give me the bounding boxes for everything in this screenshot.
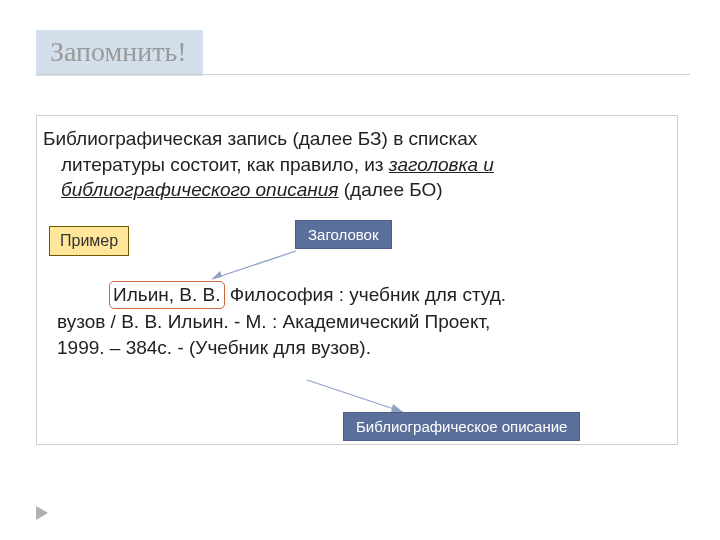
author-heading: Ильин, В. В. (109, 281, 225, 309)
svg-line-0 (212, 251, 296, 279)
entry-rest1: Философия : учебник для студ. (225, 284, 507, 305)
example-tag: Пример (49, 226, 129, 256)
svg-line-2 (307, 380, 403, 412)
slide-title-text: Запомнить! (50, 36, 187, 67)
intro-text: Библиографическая запись (далее БЗ) в сп… (43, 126, 667, 203)
intro-line2a: литературы состоит, как правило, из (61, 154, 389, 175)
play-icon (36, 506, 48, 520)
intro-line2b: заголовка и (389, 154, 494, 175)
intro-line1: Библиографическая запись (далее БЗ) в сп… (43, 128, 477, 149)
title-underline (36, 74, 690, 75)
slide-title: Запомнить! (36, 30, 203, 76)
content-frame: Библиографическая запись (далее БЗ) в сп… (36, 115, 678, 445)
intro-line3a: библиографического описания (61, 179, 339, 200)
intro-line3: библиографического описания (далее БО) (61, 177, 667, 203)
svg-marker-3 (391, 404, 403, 412)
entry-line2: вузов / В. В. Ильин. - М. : Академически… (57, 311, 490, 332)
example-tag-text: Пример (60, 232, 118, 249)
svg-marker-1 (212, 271, 222, 279)
heading-tag: Заголовок (295, 220, 392, 249)
entry-line1: Ильин, В. В. Философия : учебник для сту… (57, 281, 657, 309)
heading-tag-text: Заголовок (308, 226, 379, 243)
description-tag: Библиографическое описание (343, 412, 580, 441)
intro-line3b: (далее БО) (339, 179, 443, 200)
entry-line3: 1999. – 384с. - (Учебник для вузов). (57, 337, 371, 358)
bibliography-entry: Ильин, В. В. Философия : учебник для сту… (57, 281, 657, 362)
intro-line2: литературы состоит, как правило, из заго… (61, 152, 667, 178)
description-tag-text: Библиографическое описание (356, 418, 567, 435)
arrow-to-heading (204, 249, 298, 283)
